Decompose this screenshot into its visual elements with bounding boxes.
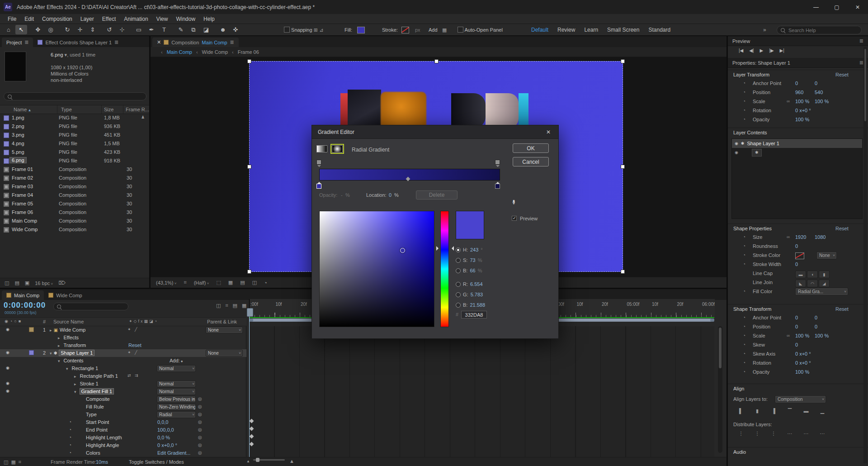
project-item-row[interactable]: 5.png PNG file 423 KB bbox=[0, 148, 149, 157]
property-value[interactable]: 0 bbox=[795, 324, 798, 329]
green-field[interactable]: 5.783 bbox=[471, 292, 483, 297]
mode-select[interactable]: Non-Zero Winding bbox=[157, 404, 196, 410]
pick-whip-icon[interactable]: ◎ bbox=[198, 396, 202, 401]
current-time-indicator-handle[interactable] bbox=[247, 308, 253, 317]
eye-icon[interactable] bbox=[6, 381, 9, 385]
property-value[interactable]: Edit Gradient... bbox=[157, 450, 190, 456]
linear-gradient-button[interactable] bbox=[316, 145, 327, 152]
size-height-value[interactable]: 1080 bbox=[815, 234, 826, 240]
eye-icon[interactable]: ◉ bbox=[735, 141, 738, 146]
hide-shy-layers-icon[interactable]: ▤ bbox=[233, 303, 237, 309]
panel-menu-icon[interactable]: ≣ bbox=[230, 39, 234, 45]
color-mode-radio[interactable] bbox=[456, 282, 461, 287]
home-tool[interactable]: ⌂ bbox=[3, 25, 14, 34]
opacity-stop-right[interactable] bbox=[495, 160, 500, 165]
line-join-bevel-button[interactable]: ◢ bbox=[819, 280, 830, 287]
pick-whip-icon[interactable]: ◎ bbox=[198, 435, 202, 440]
timeline-row[interactable]: ▾Gradient Fill 1 Normal bbox=[0, 388, 714, 395]
timeline-tab[interactable]: Wide Comp bbox=[44, 290, 86, 300]
mode-select[interactable]: Normal bbox=[157, 365, 196, 372]
link-icon[interactable]: ∞ bbox=[787, 333, 790, 338]
pixel-aspect-icon[interactable]: ◔ bbox=[264, 280, 267, 285]
stopwatch-icon[interactable] bbox=[743, 289, 745, 294]
row-label[interactable]: Highlight Length bbox=[86, 435, 122, 440]
fill-color-select[interactable]: Radial Gra... bbox=[795, 288, 848, 295]
property-value[interactable]: 100 % bbox=[815, 333, 829, 338]
saturation-field[interactable]: 73 bbox=[470, 257, 475, 263]
timeline-row[interactable]: ▾Contents Add: bbox=[0, 357, 714, 365]
mode-select[interactable]: Normal bbox=[157, 388, 196, 395]
color-mode-radio[interactable] bbox=[456, 292, 461, 297]
brush-tool[interactable]: ✎ bbox=[175, 25, 187, 34]
transparency-grid-icon[interactable]: ▦ bbox=[228, 280, 233, 285]
layer-color-chip[interactable] bbox=[29, 381, 33, 385]
roundness-value[interactable]: 0 bbox=[795, 243, 798, 249]
layer-color-chip[interactable] bbox=[29, 404, 33, 408]
row-label[interactable]: Rectangle 1 bbox=[72, 366, 99, 371]
timeline-tab[interactable]: Main Comp bbox=[2, 290, 44, 300]
auto-open-checkbox[interactable] bbox=[458, 27, 463, 33]
stopwatch-icon[interactable] bbox=[743, 243, 745, 248]
keyframe-diamond[interactable] bbox=[250, 427, 254, 431]
line-cap-butt-button[interactable]: ▬ bbox=[795, 271, 806, 278]
row-label[interactable]: Transform bbox=[64, 342, 86, 348]
link-icon[interactable]: ∞ bbox=[787, 234, 790, 239]
property-value[interactable]: 100 % bbox=[795, 99, 809, 104]
red-field[interactable]: 6.554 bbox=[470, 281, 483, 287]
line-join-round-button[interactable]: ◠ bbox=[807, 280, 818, 287]
stopwatch-icon[interactable] bbox=[69, 450, 71, 455]
line-join-miter-button[interactable]: ◣ bbox=[795, 280, 806, 287]
hex-field[interactable] bbox=[461, 311, 487, 319]
switch-icons[interactable]: ✦ ╱ bbox=[127, 327, 138, 332]
puppet-pin-tool[interactable]: ✜ bbox=[230, 25, 241, 34]
menu-item[interactable]: Animation bbox=[120, 16, 152, 22]
snapping-checkbox[interactable] bbox=[284, 27, 290, 33]
project-search-input[interactable] bbox=[14, 93, 129, 100]
selection-handle[interactable] bbox=[621, 165, 625, 169]
properties-scrollbar[interactable] bbox=[863, 47, 867, 463]
fill-color-swatch[interactable] bbox=[357, 27, 365, 33]
distribute-left-button[interactable]: ⋯ bbox=[784, 430, 796, 437]
project-search[interactable] bbox=[4, 92, 146, 100]
timeline-row[interactable]: Highlight Length 0,0 % ◎ bbox=[0, 434, 714, 442]
property-value[interactable]: 0 bbox=[795, 342, 798, 347]
switch-icons[interactable]: ⇄ ⇉ bbox=[127, 373, 140, 378]
color-mode-radio[interactable] bbox=[456, 303, 461, 308]
menu-item[interactable]: Window bbox=[172, 16, 199, 22]
project-item-row[interactable]: Frame 06 Composition 30 bbox=[0, 208, 149, 217]
property-value[interactable]: 0 bbox=[815, 81, 817, 86]
parent-select[interactable]: None bbox=[206, 350, 243, 357]
stopwatch-icon[interactable] bbox=[743, 262, 745, 266]
project-item-row[interactable]: Frame 01 Composition 30 bbox=[0, 165, 149, 174]
property-value[interactable]: 0,0,0 bbox=[157, 419, 168, 425]
next-frame-button[interactable]: |▶ bbox=[769, 48, 774, 53]
menu-item[interactable]: Edit bbox=[20, 16, 38, 22]
color-stop-right[interactable] bbox=[495, 184, 500, 189]
mode-select[interactable]: Normal bbox=[157, 380, 196, 387]
project-bpc-select[interactable]: 16 bpc bbox=[35, 281, 53, 286]
stopwatch-icon[interactable] bbox=[743, 333, 745, 338]
timeline-zoom-slider[interactable] bbox=[253, 459, 285, 461]
shape-tool[interactable]: ▭ bbox=[133, 25, 145, 34]
color-mode-radio[interactable] bbox=[456, 258, 461, 263]
eye-icon[interactable] bbox=[6, 327, 9, 332]
twirl-arrow-icon[interactable]: ▸ bbox=[74, 374, 76, 379]
layer-color-chip[interactable] bbox=[29, 327, 34, 332]
type-tool[interactable]: T bbox=[158, 25, 170, 34]
ok-button[interactable]: OK bbox=[513, 143, 549, 153]
color-mode-radio[interactable] bbox=[456, 247, 461, 252]
twirl-arrow-icon[interactable]: ▾ bbox=[50, 351, 52, 356]
timeline-search[interactable] bbox=[53, 303, 128, 310]
timeline-row[interactable]: Colors Edit Gradient... ◎ bbox=[0, 449, 714, 457]
timeline-row[interactable]: Composite Below Previous in Sa ◎ bbox=[0, 395, 714, 403]
menu-item[interactable]: File bbox=[4, 16, 20, 22]
stopwatch-icon[interactable] bbox=[69, 419, 71, 424]
timeline-row[interactable]: End Point 100,0,0 ◎ bbox=[0, 426, 714, 434]
property-value[interactable]: 0 x+0 ° bbox=[795, 351, 811, 357]
auto-open-panel-toggle[interactable]: Auto-Open Panel bbox=[458, 27, 503, 33]
timeline-row[interactable]: ▸Rectangle Path 1 ⇄ ⇉ bbox=[0, 372, 714, 380]
shape-properties-section[interactable]: Shape PropertiesReset bbox=[728, 223, 868, 233]
composition-mini-flowchart-icon[interactable]: ◫ bbox=[216, 303, 221, 309]
selection-handle[interactable] bbox=[247, 165, 251, 169]
cancel-button[interactable]: Cancel bbox=[513, 157, 549, 166]
